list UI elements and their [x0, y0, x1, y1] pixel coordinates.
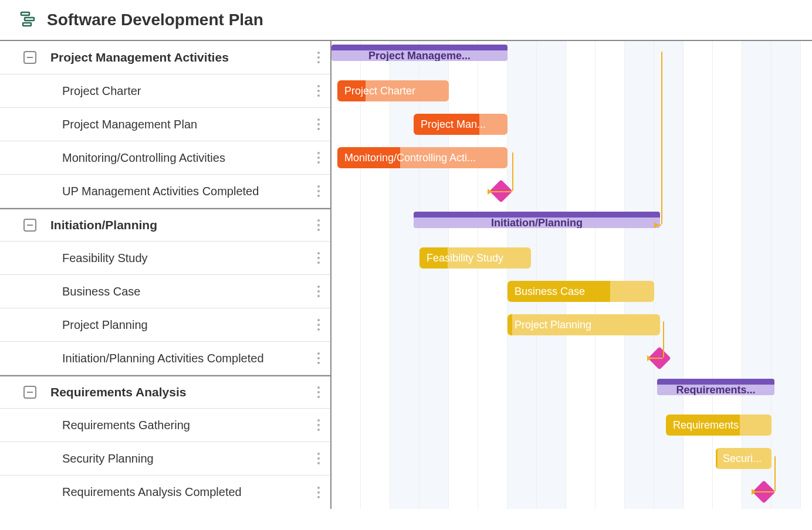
- task-bar[interactable]: Project Planning: [508, 314, 660, 335]
- task-row[interactable]: Project Planning: [0, 308, 330, 342]
- page-header: Software Development Plan: [0, 0, 812, 41]
- task-bar[interactable]: Feasibility Study: [419, 247, 531, 269]
- group-bar[interactable]: Project Manageme...: [331, 45, 508, 61]
- more-icon[interactable]: [317, 252, 320, 264]
- group-label: Requirements Analysis: [50, 385, 186, 399]
- group-label: Initiation/Planning: [50, 218, 157, 232]
- task-label: Requirements Analysis Completed: [62, 485, 242, 499]
- task-label: Requirements Gathering: [62, 419, 190, 432]
- task-row[interactable]: UP Management Activities Completed: [0, 175, 330, 208]
- minus-icon: [27, 225, 33, 226]
- task-label: Project Charter: [62, 84, 141, 98]
- collapse-button[interactable]: [23, 219, 36, 232]
- svg-rect-1: [25, 18, 34, 21]
- bar-label: Project Charter: [344, 85, 415, 97]
- task-label: Security Planning: [62, 452, 154, 466]
- chart-task-row: Feasibility Study: [331, 242, 812, 275]
- milestone-diamond[interactable]: [489, 179, 513, 203]
- more-icon[interactable]: [317, 286, 320, 297]
- task-sidebar: Project Management Activities Project Ch…: [0, 41, 331, 509]
- task-bar[interactable]: Securi...: [716, 448, 772, 469]
- task-bar[interactable]: Requirements: [666, 415, 772, 436]
- task-row[interactable]: Feasibility Study: [0, 242, 330, 275]
- more-icon[interactable]: [317, 85, 320, 97]
- chart-task-row: [331, 475, 812, 509]
- more-icon[interactable]: [317, 386, 320, 398]
- arrow-icon: [752, 489, 756, 495]
- svg-rect-0: [21, 12, 29, 15]
- group-header-row[interactable]: Initiation/Planning: [0, 208, 330, 242]
- more-icon[interactable]: [317, 319, 320, 331]
- gantt-chart-area[interactable]: Project Manageme...Project CharterProjec…: [331, 41, 812, 509]
- bar-label: Feasibility Study: [427, 252, 503, 264]
- chart-task-row: Project Man...: [331, 108, 812, 141]
- task-row[interactable]: Initiation/Planning Activities Completed: [0, 342, 330, 375]
- chart-group-row: Project Manageme...: [331, 41, 812, 74]
- task-bar[interactable]: Project Charter: [337, 80, 449, 101]
- bar-label: Project Man...: [421, 118, 486, 131]
- minus-icon: [27, 57, 33, 58]
- gantt-icon: [20, 11, 36, 29]
- task-label: Business Case: [62, 285, 140, 298]
- chart-task-row: Project Charter: [331, 74, 812, 108]
- more-icon[interactable]: [317, 419, 320, 431]
- task-bar[interactable]: Monitoring/Controlling Acti...: [337, 147, 508, 168]
- task-label: Feasibility Study: [62, 252, 148, 265]
- chart-group-row: Requirements...: [331, 375, 812, 409]
- chart-task-row: [331, 175, 812, 208]
- arrow-icon: [647, 355, 652, 361]
- chart-task-row: Securi...: [331, 442, 812, 475]
- svg-rect-2: [23, 23, 31, 26]
- more-icon[interactable]: [317, 152, 320, 164]
- task-label: Initiation/Planning Activities Completed: [62, 352, 264, 365]
- progress-fill: [508, 314, 512, 335]
- more-icon[interactable]: [317, 219, 320, 231]
- chart-task-row: Project Planning: [331, 308, 812, 342]
- group-label: Project Management Activities: [50, 50, 229, 64]
- chart-group-row: Initiation/Planning: [331, 208, 812, 242]
- progress-fill: [716, 448, 718, 469]
- task-label: Monitoring/Controlling Activities: [62, 151, 225, 165]
- more-icon[interactable]: [317, 453, 320, 464]
- page-title: Software Development Plan: [47, 11, 263, 29]
- task-row[interactable]: Business Case: [0, 275, 330, 308]
- more-icon[interactable]: [317, 487, 320, 498]
- bar-label: Business Case: [515, 286, 585, 298]
- more-icon[interactable]: [317, 118, 320, 130]
- group-header-row[interactable]: Project Management Activities: [0, 41, 330, 74]
- arrow-icon: [654, 222, 659, 228]
- task-row[interactable]: Requirements Analysis Completed: [0, 475, 330, 509]
- arrow-icon: [488, 189, 492, 195]
- task-row[interactable]: Security Planning: [0, 442, 330, 475]
- task-row[interactable]: Project Management Plan: [0, 108, 330, 141]
- task-row[interactable]: Requirements Gathering: [0, 409, 330, 442]
- chart-task-row: [331, 342, 812, 375]
- task-bar[interactable]: Project Man...: [414, 114, 508, 135]
- minus-icon: [27, 392, 33, 393]
- task-label: Project Management Plan: [62, 118, 197, 131]
- task-row[interactable]: Monitoring/Controlling Activities: [0, 141, 330, 175]
- more-icon[interactable]: [317, 185, 320, 197]
- bar-label: Securi...: [723, 453, 762, 465]
- collapse-button[interactable]: [23, 386, 36, 399]
- bar-label: Monitoring/Controlling Acti...: [344, 152, 476, 164]
- group-bar[interactable]: Requirements...: [657, 379, 774, 395]
- chart-task-row: Monitoring/Controlling Acti...: [331, 141, 812, 175]
- task-bar[interactable]: Business Case: [508, 281, 654, 302]
- chart-task-row: Requirements: [331, 409, 812, 442]
- more-icon[interactable]: [317, 352, 320, 364]
- task-row[interactable]: Project Charter: [0, 74, 330, 108]
- task-label: UP Management Activities Completed: [62, 185, 259, 198]
- bar-label: Project Planning: [515, 319, 591, 331]
- group-bar[interactable]: Initiation/Planning: [414, 212, 660, 228]
- collapse-button[interactable]: [23, 51, 36, 64]
- bar-label: Requirements: [673, 419, 739, 432]
- chart-task-row: Business Case: [331, 275, 812, 308]
- group-header-row[interactable]: Requirements Analysis: [0, 375, 330, 409]
- more-icon[interactable]: [317, 52, 320, 63]
- task-label: Project Planning: [62, 318, 148, 332]
